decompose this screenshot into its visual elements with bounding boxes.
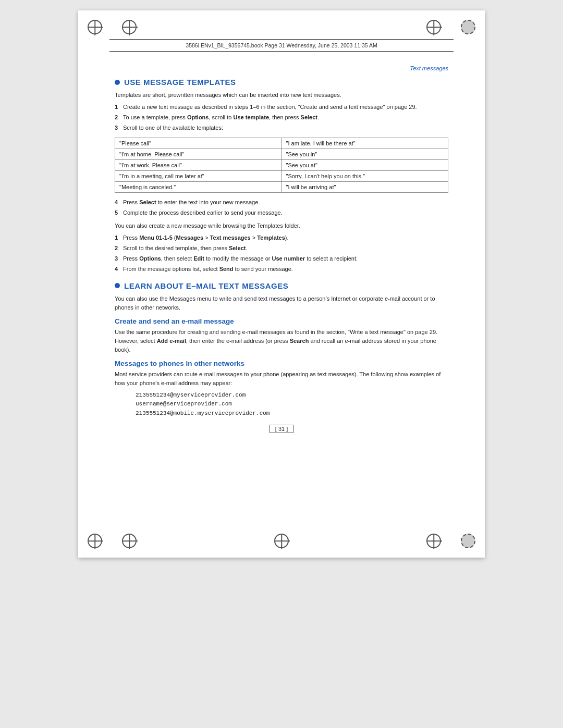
section-label: Text messages xyxy=(115,65,448,71)
step-item: 1 Press Menu 01-1-5 (Messages > Text mes… xyxy=(115,233,448,242)
reg-mark-inner-bl xyxy=(120,532,139,550)
header-file-info: 3586i.ENv1_BIL_9356745.book Page 31 Wedn… xyxy=(186,42,377,48)
reg-mark-inner-br xyxy=(424,532,443,550)
section1-heading: USE MESSAGE TEMPLATES xyxy=(115,78,448,87)
subsection1-title: Create and send an e-mail message xyxy=(115,317,448,325)
step-item: 3 Press Options, then select Edit to mod… xyxy=(115,254,448,263)
address-block: 2135551234@myserviceprovider.com usernam… xyxy=(136,391,448,418)
bullet-icon xyxy=(115,80,120,85)
step-num: 1 xyxy=(115,233,118,242)
section2-intro: You can also use the Messages menu to wr… xyxy=(115,294,448,312)
step-item: 1 Create a new text message as described… xyxy=(115,103,448,112)
step-item: 3 Scroll to one of the available templat… xyxy=(115,124,448,132)
step-item: 5 Complete the process described earlier… xyxy=(115,208,448,217)
subsection2-title: Messages to phones in other networks xyxy=(115,360,448,367)
reg-mark-tl xyxy=(85,18,104,36)
table-cell: "I'm in a meeting, call me later at" xyxy=(115,171,282,182)
table-cell: "I am late. I will be there at" xyxy=(282,138,448,149)
also-text: You can also create a new message while … xyxy=(115,221,448,230)
step-item: 4 From the message options list, select … xyxy=(115,265,448,274)
step-num: 5 xyxy=(115,208,118,217)
table-row: "Please call" "I am late. I will be ther… xyxy=(115,138,448,149)
page-number: [ 31 ] xyxy=(115,426,448,432)
page: 3586i.ENv1_BIL_9356745.book Page 31 Wedn… xyxy=(78,10,485,558)
subsection2-text: Most service providers can route e-mail … xyxy=(115,370,448,388)
reg-mark-inner-tr xyxy=(424,18,443,36)
table-cell: "Sorry, I can't help you on this." xyxy=(282,171,448,182)
reg-mark-bl xyxy=(85,532,104,550)
header-bar: 3586i.ENv1_BIL_9356745.book Page 31 Wedn… xyxy=(109,39,454,52)
step-num: 2 xyxy=(115,244,118,253)
steps-after-table: 4 Press Select to enter the text into yo… xyxy=(115,198,448,217)
content-area: Text messages USE MESSAGE TEMPLATES Temp… xyxy=(78,52,485,453)
reg-mark-tr xyxy=(459,18,478,36)
step-num: 3 xyxy=(115,124,118,132)
table-cell: "Meeting is canceled." xyxy=(115,182,282,193)
table-cell: "See you at" xyxy=(282,160,448,171)
step-num: 3 xyxy=(115,254,118,263)
section1-steps: 1 Create a new text message as described… xyxy=(115,103,448,132)
table-row: "I'm at work. Please call" "See you at" xyxy=(115,160,448,171)
table-row: "I'm at home. Please call" "See you in" xyxy=(115,149,448,160)
address-line-1: 2135551234@myserviceprovider.com xyxy=(136,391,448,400)
table-row: "I'm in a meeting, call me later at" "So… xyxy=(115,171,448,182)
templates-table: "Please call" "I am late. I will be ther… xyxy=(115,138,448,193)
step-item: 2 Scroll to the desired template, then p… xyxy=(115,244,448,253)
section2-title: LEARN ABOUT E–MAIL TEXT MESSAGES xyxy=(124,281,288,290)
step-num: 4 xyxy=(115,265,118,274)
table-cell: "Please call" xyxy=(115,138,282,149)
steps-also: 1 Press Menu 01-1-5 (Messages > Text mes… xyxy=(115,233,448,274)
address-line-2: username@serviceprovider.com xyxy=(136,400,448,409)
step-num: 4 xyxy=(115,198,118,207)
step-num: 1 xyxy=(115,103,118,112)
table-cell: "I'm at work. Please call" xyxy=(115,160,282,171)
subsection1-text: Use the same procedure for creating and … xyxy=(115,328,448,354)
reg-mark-br xyxy=(459,532,478,550)
reg-mark-inner-tl xyxy=(120,18,139,36)
reg-mark-bottom-center xyxy=(272,532,291,550)
section1-intro: Templates are short, prewritten messages… xyxy=(115,91,448,100)
bullet-icon xyxy=(115,283,120,288)
step-item: 4 Press Select to enter the text into yo… xyxy=(115,198,448,207)
section2-heading: LEARN ABOUT E–MAIL TEXT MESSAGES xyxy=(115,281,448,290)
address-line-3: 2135551234@mobile.myserviceprovider.com xyxy=(136,409,448,418)
section1-title: USE MESSAGE TEMPLATES xyxy=(124,78,236,87)
table-cell: "I will be arriving at" xyxy=(282,182,448,193)
step-item: 2 To use a template, press Options, scro… xyxy=(115,113,448,122)
table-cell: "See you in" xyxy=(282,149,448,160)
table-cell: "I'm at home. Please call" xyxy=(115,149,282,160)
step-num: 2 xyxy=(115,113,118,122)
table-row: "Meeting is canceled." "I will be arrivi… xyxy=(115,182,448,193)
